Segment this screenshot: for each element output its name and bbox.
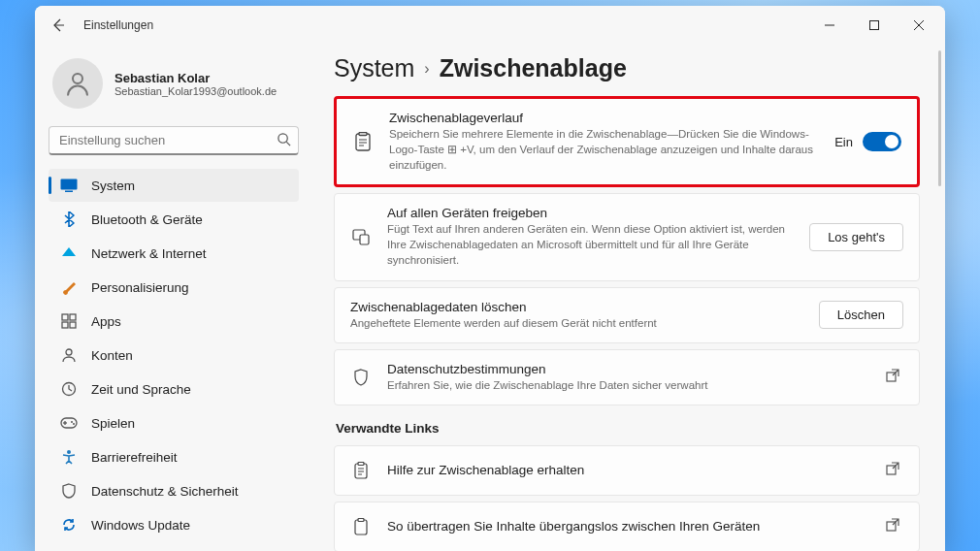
svg-point-20 bbox=[67, 450, 71, 454]
settings-window: Einstellungen Sebastian Kolar Seba bbox=[35, 6, 945, 551]
window-title: Einstellungen bbox=[83, 18, 153, 32]
card-title: Zwischenablagedaten löschen bbox=[350, 300, 803, 314]
apps-icon bbox=[60, 312, 78, 330]
svg-rect-35 bbox=[355, 520, 367, 535]
clipboard-icon bbox=[350, 462, 372, 479]
search-box bbox=[49, 126, 299, 155]
card-help-clipboard[interactable]: Hilfe zur Zwischenablage erhalten bbox=[334, 445, 920, 496]
open-external-icon[interactable] bbox=[882, 365, 903, 390]
search-input[interactable] bbox=[49, 126, 299, 155]
svg-rect-36 bbox=[358, 518, 364, 521]
clock-icon bbox=[60, 380, 78, 398]
svg-rect-1 bbox=[870, 21, 879, 30]
sidebar-item-update[interactable]: Windows Update bbox=[49, 508, 299, 541]
sidebar-item-system[interactable]: System bbox=[49, 169, 299, 202]
card-clipboard-history: Zwischenablageverlauf Speichern Sie mehr… bbox=[334, 96, 920, 187]
share-start-button[interactable]: Los geht's bbox=[809, 223, 903, 251]
shield-icon bbox=[60, 482, 78, 500]
card-title: Hilfe zur Zwischenablage erhalten bbox=[387, 463, 866, 477]
toggle-label: Ein bbox=[834, 135, 853, 149]
close-button[interactable] bbox=[897, 6, 941, 45]
open-external-icon[interactable] bbox=[882, 458, 903, 483]
card-desc: Fügt Text auf Ihren anderen Geräten ein.… bbox=[387, 221, 794, 268]
maximize-button[interactable] bbox=[852, 6, 897, 45]
sidebar-item-label: Windows Update bbox=[91, 518, 190, 533]
card-title: Auf allen Geräten freigeben bbox=[387, 206, 794, 220]
sidebar-item-accounts[interactable]: Konten bbox=[49, 339, 299, 372]
search-icon bbox=[277, 132, 291, 150]
sidebar-item-label: Datenschutz & Sicherheit bbox=[91, 484, 239, 499]
bluetooth-icon bbox=[60, 211, 78, 228]
sidebar-item-privacy[interactable]: Datenschutz & Sicherheit bbox=[49, 474, 299, 507]
sidebar-item-gaming[interactable]: Spielen bbox=[49, 406, 299, 439]
shield-icon bbox=[350, 369, 372, 386]
accessibility-icon bbox=[60, 448, 78, 466]
svg-rect-22 bbox=[359, 133, 367, 136]
clipboard-history-icon bbox=[352, 132, 374, 151]
card-transfer-content[interactable]: So übertragen Sie Inhalte übergangslos z… bbox=[334, 502, 920, 551]
card-share-devices: Auf allen Geräten freigeben Fügt Text au… bbox=[334, 193, 920, 280]
minimize-icon bbox=[825, 20, 834, 30]
svg-point-18 bbox=[71, 421, 73, 423]
sidebar-item-label: Konten bbox=[91, 348, 133, 363]
sidebar-item-time[interactable]: Zeit und Sprache bbox=[49, 373, 299, 405]
card-desc: Erfahren Sie, wie die Zwischenablage Ihr… bbox=[387, 377, 866, 393]
sidebar-item-personalization[interactable]: Personalisierung bbox=[49, 271, 299, 304]
close-icon bbox=[914, 20, 924, 30]
sidebar-item-apps[interactable]: Apps bbox=[49, 305, 299, 338]
card-clear-clipboard: Zwischenablagedaten löschen Angeheftete … bbox=[334, 287, 920, 343]
sidebar-item-label: Personalisierung bbox=[91, 280, 189, 295]
accounts-icon bbox=[60, 346, 78, 364]
user-block[interactable]: Sebastian Kolar Sebastian_Kolar1993@outl… bbox=[49, 54, 299, 120]
clear-button[interactable]: Löschen bbox=[819, 301, 903, 329]
svg-point-5 bbox=[278, 134, 287, 143]
arrow-left-icon bbox=[50, 17, 66, 33]
scrollbar-thumb[interactable] bbox=[938, 50, 941, 186]
page-title: Zwischenablage bbox=[440, 54, 627, 82]
update-icon bbox=[60, 516, 78, 534]
titlebar: Einstellungen bbox=[35, 6, 945, 45]
sidebar-item-label: Spielen bbox=[91, 416, 135, 431]
back-button[interactable] bbox=[47, 14, 70, 37]
minimize-button[interactable] bbox=[807, 6, 852, 45]
sidebar-item-label: Barrierefreiheit bbox=[91, 450, 178, 465]
svg-rect-7 bbox=[61, 179, 78, 190]
network-icon bbox=[60, 244, 78, 262]
sidebar-item-accessibility[interactable]: Barrierefreiheit bbox=[49, 440, 299, 473]
sidebar-item-label: Bluetooth & Geräte bbox=[91, 212, 203, 227]
card-title: Datenschutzbestimmungen bbox=[387, 362, 866, 376]
gaming-icon bbox=[60, 414, 78, 432]
clipboard-empty-icon bbox=[350, 518, 372, 535]
breadcrumb: System › Zwischenablage bbox=[334, 54, 920, 82]
svg-rect-11 bbox=[62, 322, 68, 328]
svg-point-19 bbox=[73, 423, 75, 425]
sidebar-item-label: Zeit und Sprache bbox=[91, 382, 191, 397]
related-links-heading: Verwandte Links bbox=[336, 421, 920, 436]
svg-point-13 bbox=[66, 349, 72, 355]
user-email: Sebastian_Kolar1993@outlook.de bbox=[114, 85, 277, 97]
avatar bbox=[52, 58, 103, 109]
card-title: Zwischenablageverlauf bbox=[389, 111, 819, 125]
system-icon bbox=[60, 177, 78, 194]
sidebar-item-bluetooth[interactable]: Bluetooth & Geräte bbox=[49, 203, 299, 236]
share-devices-icon bbox=[350, 227, 372, 246]
chevron-right-icon: › bbox=[424, 60, 429, 78]
sidebar-item-label: System bbox=[91, 178, 135, 193]
breadcrumb-parent[interactable]: System bbox=[334, 54, 414, 82]
card-desc: Angeheftete Elemente werden auf diesem G… bbox=[350, 315, 803, 331]
sidebar-item-network[interactable]: Netzwerk & Internet bbox=[49, 237, 299, 270]
clipboard-history-toggle[interactable] bbox=[863, 132, 901, 151]
sidebar-item-label: Netzwerk & Internet bbox=[91, 246, 207, 261]
card-desc: Speichern Sie mehrere Elemente in die Zw… bbox=[389, 126, 819, 173]
open-external-icon[interactable] bbox=[882, 514, 903, 539]
sidebar-item-label: Apps bbox=[91, 314, 121, 329]
svg-rect-12 bbox=[70, 322, 76, 328]
svg-rect-9 bbox=[62, 314, 68, 320]
svg-rect-27 bbox=[360, 235, 369, 244]
main-content: System › Zwischenablage Zwischenablageve… bbox=[309, 45, 945, 551]
card-title: So übertragen Sie Inhalte übergangslos z… bbox=[387, 519, 866, 534]
card-privacy[interactable]: Datenschutzbestimmungen Erfahren Sie, wi… bbox=[334, 349, 920, 405]
user-name: Sebastian Kolar bbox=[114, 71, 277, 85]
svg-point-4 bbox=[73, 74, 82, 83]
person-icon bbox=[63, 69, 92, 98]
